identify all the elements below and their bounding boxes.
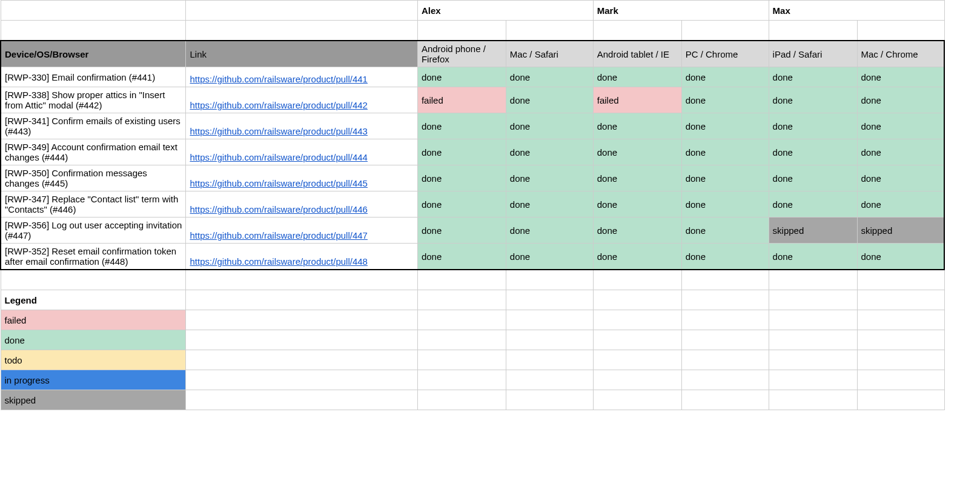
- task-link[interactable]: https://github.com/railsware/product/pul…: [186, 113, 417, 139]
- task-link-anchor[interactable]: https://github.com/railsware/product/pul…: [190, 152, 368, 162]
- status-cell[interactable]: done: [857, 139, 944, 165]
- status-cell[interactable]: done: [769, 113, 857, 139]
- task-link-anchor[interactable]: https://github.com/railsware/product/pul…: [190, 204, 368, 214]
- status-cell[interactable]: done: [593, 191, 681, 218]
- task-link[interactable]: https://github.com/railsware/product/pul…: [186, 218, 417, 244]
- blank-cell: [769, 390, 857, 410]
- blank-cell: [857, 290, 944, 310]
- status-cell[interactable]: done: [506, 113, 593, 139]
- blank-cell: [1, 270, 186, 290]
- env-header: Mac / Chrome: [857, 41, 944, 67]
- task-link-anchor[interactable]: https://github.com/railsware/product/pul…: [190, 100, 368, 110]
- task-title: [RWP-352] Reset email confirmation token…: [1, 244, 186, 270]
- status-cell[interactable]: done: [857, 244, 944, 270]
- task-title: [RWP-330] Email confirmation (#441): [1, 67, 186, 87]
- status-cell[interactable]: done: [506, 139, 593, 165]
- blank-cell: [681, 390, 769, 410]
- status-cell[interactable]: failed: [593, 87, 681, 113]
- status-cell[interactable]: done: [506, 87, 593, 113]
- status-cell[interactable]: done: [681, 139, 769, 165]
- status-cell[interactable]: done: [681, 87, 769, 113]
- status-cell[interactable]: done: [857, 191, 944, 218]
- blank-cell: [857, 390, 944, 410]
- blank-cell: [186, 21, 417, 41]
- status-cell[interactable]: done: [417, 191, 506, 218]
- blank-cell: [417, 370, 506, 390]
- status-cell[interactable]: done: [417, 67, 506, 87]
- status-cell[interactable]: failed: [417, 87, 506, 113]
- status-cell[interactable]: done: [417, 244, 506, 270]
- status-cell[interactable]: done: [769, 244, 857, 270]
- task-link-anchor[interactable]: https://github.com/railsware/product/pul…: [190, 178, 368, 188]
- status-cell[interactable]: skipped: [769, 218, 857, 244]
- qa-matrix-table: AlexMarkMaxDevice/OS/BrowserLinkAndroid …: [0, 0, 945, 410]
- blank-cell: [769, 370, 857, 390]
- blank-cell: [769, 330, 857, 350]
- blank-cell: [506, 290, 593, 310]
- status-cell[interactable]: done: [593, 165, 681, 191]
- task-link[interactable]: https://github.com/railsware/product/pul…: [186, 87, 417, 113]
- blank-cell: [417, 270, 506, 290]
- blank-cell: [857, 330, 944, 350]
- blank-cell: [681, 370, 769, 390]
- status-cell[interactable]: done: [857, 113, 944, 139]
- status-cell[interactable]: done: [593, 139, 681, 165]
- status-cell[interactable]: done: [681, 218, 769, 244]
- status-cell[interactable]: done: [857, 67, 944, 87]
- status-cell[interactable]: done: [417, 139, 506, 165]
- status-cell[interactable]: done: [417, 165, 506, 191]
- person-header: Alex: [417, 1, 593, 21]
- task-link-anchor[interactable]: https://github.com/railsware/product/pul…: [190, 230, 368, 241]
- status-cell[interactable]: done: [506, 191, 593, 218]
- env-header: Android phone / Firefox: [417, 41, 506, 67]
- task-link[interactable]: https://github.com/railsware/product/pul…: [186, 139, 417, 165]
- blank-cell: [417, 390, 506, 410]
- env-header: iPad / Safari: [769, 41, 857, 67]
- blank-cell: [681, 330, 769, 350]
- blank-cell: [506, 310, 593, 330]
- status-cell[interactable]: done: [417, 113, 506, 139]
- status-cell[interactable]: done: [769, 87, 857, 113]
- status-cell[interactable]: done: [681, 113, 769, 139]
- task-link[interactable]: https://github.com/railsware/product/pul…: [186, 165, 417, 191]
- status-cell[interactable]: done: [506, 165, 593, 191]
- status-cell[interactable]: done: [593, 218, 681, 244]
- status-cell[interactable]: done: [593, 113, 681, 139]
- status-cell[interactable]: done: [593, 67, 681, 87]
- status-cell[interactable]: done: [506, 218, 593, 244]
- blank-cell: [681, 350, 769, 370]
- blank-cell: [593, 290, 681, 310]
- status-cell[interactable]: done: [769, 191, 857, 218]
- status-cell[interactable]: done: [769, 139, 857, 165]
- blank-cell: [417, 310, 506, 330]
- blank-cell: [417, 350, 506, 370]
- status-cell[interactable]: done: [681, 191, 769, 218]
- task-link-anchor[interactable]: https://github.com/railsware/product/pul…: [190, 256, 368, 267]
- task-link[interactable]: https://github.com/railsware/product/pul…: [186, 244, 417, 270]
- status-cell[interactable]: done: [681, 244, 769, 270]
- blank-cell: [857, 21, 944, 41]
- person-header: Mark: [593, 1, 769, 21]
- status-cell[interactable]: done: [417, 218, 506, 244]
- status-cell[interactable]: done: [857, 165, 944, 191]
- status-cell[interactable]: done: [593, 244, 681, 270]
- blank-cell: [417, 21, 506, 41]
- status-cell[interactable]: done: [681, 165, 769, 191]
- status-cell[interactable]: done: [769, 165, 857, 191]
- col-header-link: Link: [186, 41, 417, 67]
- status-cell[interactable]: done: [506, 67, 593, 87]
- task-link[interactable]: https://github.com/railsware/product/pul…: [186, 191, 417, 218]
- legend-item: skipped: [1, 390, 186, 410]
- blank-cell: [417, 290, 506, 310]
- blank-cell: [186, 290, 417, 310]
- blank-cell: [417, 330, 506, 350]
- task-link[interactable]: https://github.com/railsware/product/pul…: [186, 67, 417, 87]
- status-cell[interactable]: skipped: [857, 218, 944, 244]
- task-link-anchor[interactable]: https://github.com/railsware/product/pul…: [190, 74, 368, 84]
- status-cell[interactable]: done: [857, 87, 944, 113]
- blank-cell: [857, 310, 944, 330]
- task-link-anchor[interactable]: https://github.com/railsware/product/pul…: [190, 126, 368, 136]
- status-cell[interactable]: done: [681, 67, 769, 87]
- status-cell[interactable]: done: [506, 244, 593, 270]
- status-cell[interactable]: done: [769, 67, 857, 87]
